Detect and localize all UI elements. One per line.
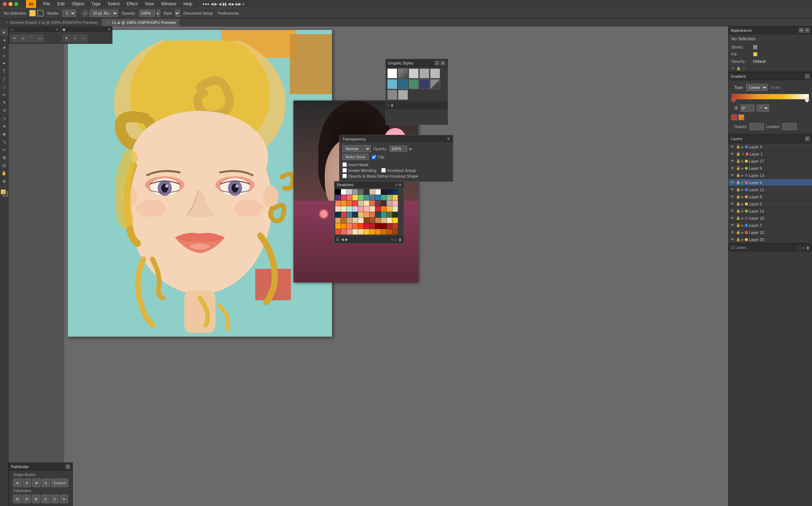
- swatch-rose1[interactable]: [369, 200, 375, 206]
- warp-tool[interactable]: ≋: [1, 123, 8, 130]
- merge-btn[interactable]: ⊠: [32, 495, 40, 503]
- swatch-sandy[interactable]: [364, 212, 369, 218]
- layer-13-visibility[interactable]: 👁: [730, 173, 735, 177]
- layer-row-13[interactable]: 👁 🔒 ▶ Layer 13: [728, 172, 812, 179]
- gs-item-2[interactable]: [398, 68, 408, 78]
- gradient-tool[interactable]: ◈: [1, 131, 8, 138]
- transparency-close-btn[interactable]: ✕: [447, 137, 450, 141]
- menu-window[interactable]: Window: [160, 1, 178, 7]
- swatches-grid-view-btn[interactable]: ⊞: [399, 183, 402, 187]
- swatch-orange1[interactable]: [335, 200, 341, 206]
- make-clip-mask-btn[interactable]: ⬚: [797, 245, 801, 250]
- layer-13-expand[interactable]: ▶: [741, 174, 744, 177]
- swatch-amber2[interactable]: [369, 229, 375, 235]
- layer-5-expand[interactable]: ▶: [741, 202, 744, 206]
- layer-20-expand[interactable]: ▶: [741, 238, 744, 241]
- swatch-crimson[interactable]: [341, 212, 347, 218]
- stroke-color-swatch[interactable]: [753, 45, 757, 49]
- gs-new-btn[interactable]: +: [387, 103, 389, 107]
- swatch-tan[interactable]: [369, 189, 375, 195]
- layer-10-lock[interactable]: 🔒: [736, 216, 740, 220]
- fill-stroke-indicator[interactable]: [1, 189, 8, 196]
- gradient-stop-left[interactable]: [731, 98, 736, 103]
- layer-row-8[interactable]: 👁 🔒 ▶ Layer 8: [728, 193, 812, 200]
- swatch-cerulean[interactable]: [347, 212, 352, 218]
- brush-size-dropdown[interactable]: 15 pt. Ro...: [90, 10, 118, 17]
- swatch-teal1[interactable]: [364, 195, 369, 200]
- layer-11-lock[interactable]: 🔒: [736, 188, 740, 191]
- menu-object[interactable]: Object: [70, 1, 86, 7]
- swatch-darkorange[interactable]: [341, 223, 347, 229]
- swatch-tomato[interactable]: [352, 223, 358, 229]
- gs-delete-btn[interactable]: 🗑: [390, 103, 394, 107]
- swatch-khaki[interactable]: [392, 206, 398, 212]
- minus-front-btn[interactable]: ⊖: [23, 479, 31, 487]
- swatch-olive[interactable]: [387, 212, 392, 218]
- swatch-sienna2[interactable]: [369, 218, 375, 223]
- swatch-lightsalmon[interactable]: [347, 229, 352, 235]
- gs-item-9[interactable]: [419, 79, 429, 89]
- swatch-gold1[interactable]: [387, 206, 392, 212]
- blend-mode-select[interactable]: Normal: [342, 145, 371, 152]
- swatch-red1[interactable]: [341, 195, 347, 200]
- layer-12-expand[interactable]: ▶: [741, 231, 744, 234]
- make-mask-btn[interactable]: Make Mask: [342, 154, 369, 160]
- shape-tool[interactable]: □: [1, 83, 8, 91]
- swatch-darkblue2[interactable]: [352, 212, 358, 218]
- swatch-brightorange[interactable]: [381, 206, 387, 212]
- swatch-charcoal[interactable]: [375, 212, 381, 218]
- layer-4-expand[interactable]: ▶: [741, 145, 744, 149]
- opacity-unit[interactable]: [157, 10, 160, 17]
- swatch-amber3[interactable]: [375, 229, 381, 235]
- lasso-tool[interactable]: ⌾: [1, 52, 8, 59]
- unite-btn[interactable]: ⊕: [13, 479, 22, 487]
- minus-back-btn[interactable]: ⊖: [60, 495, 68, 503]
- layer-row-10[interactable]: 👁 🔒 ▶ Layer 10: [728, 215, 812, 222]
- stroke-dropdown[interactable]: C: [62, 10, 76, 17]
- swatch-amber4[interactable]: [381, 229, 387, 235]
- exclude-btn[interactable]: ⊘: [42, 479, 50, 487]
- appearance-expand-btn[interactable]: ≫: [799, 28, 804, 33]
- maximize-button[interactable]: [14, 2, 18, 6]
- gs-item-4[interactable]: [419, 68, 429, 78]
- swatch-coral1[interactable]: [347, 195, 352, 200]
- artboard[interactable]: [68, 30, 332, 337]
- layer-row-14[interactable]: 👁 🔒 ▶ Layer 14: [728, 208, 812, 215]
- graphic-styles-minimize-btn[interactable]: −: [434, 61, 439, 66]
- swatch-saddlebrown[interactable]: [364, 218, 369, 223]
- swatch-jade[interactable]: [381, 212, 387, 218]
- layer-14-visibility[interactable]: 👁: [730, 209, 735, 213]
- swatch-darkred[interactable]: [375, 206, 381, 212]
- pathfinder-header[interactable]: Pathfinder ✕: [9, 463, 72, 471]
- gradient-panel-header[interactable]: Gradient −: [728, 72, 812, 80]
- scale-tool[interactable]: ⤡: [1, 115, 8, 122]
- fill-color-swatch[interactable]: [753, 52, 757, 56]
- swatch-pale2[interactable]: [358, 229, 364, 235]
- swatch-pastel3[interactable]: [341, 206, 347, 212]
- fill-swatch[interactable]: [29, 10, 36, 16]
- menu-select[interactable]: Select: [106, 1, 121, 7]
- layer-11-expand[interactable]: ▶: [741, 188, 744, 191]
- gs-item-6[interactable]: [387, 79, 397, 89]
- layer-14-lock[interactable]: 🔒: [736, 209, 740, 213]
- swatch-sand[interactable]: [358, 212, 364, 218]
- layer-4-visibility[interactable]: 👁: [730, 145, 735, 149]
- layer-6-expand[interactable]: ▶: [741, 181, 744, 184]
- stroke-preset-2[interactable]: +: [71, 34, 79, 42]
- gradient-type-select[interactable]: Linear: [746, 84, 768, 91]
- layer-9-expand[interactable]: ▶: [741, 167, 744, 170]
- swatch-maroon[interactable]: [381, 223, 387, 229]
- layer-17-expand[interactable]: ▶: [741, 159, 744, 163]
- swatch-navy[interactable]: [387, 189, 392, 195]
- tab-0[interactable]: ✕ Deseret Empire 2.ai @ 100% (RGB/GPU Pr…: [0, 19, 102, 26]
- crop-btn[interactable]: ⊡: [41, 495, 50, 503]
- layer-row-6[interactable]: 👁 🔒 ▶ Layer 6: [728, 179, 812, 186]
- layer-17-visibility[interactable]: 👁: [730, 159, 735, 163]
- layer-13-lock[interactable]: 🔒: [736, 173, 740, 177]
- layer-8-lock[interactable]: 🔒: [736, 195, 740, 199]
- menu-type[interactable]: Type: [90, 1, 102, 7]
- brush-panel-close[interactable]: ✕: [56, 27, 59, 31]
- gradient-color-stop-1[interactable]: [731, 114, 737, 120]
- swatch-amber1[interactable]: [392, 195, 398, 200]
- swatch-sage1[interactable]: [358, 200, 364, 206]
